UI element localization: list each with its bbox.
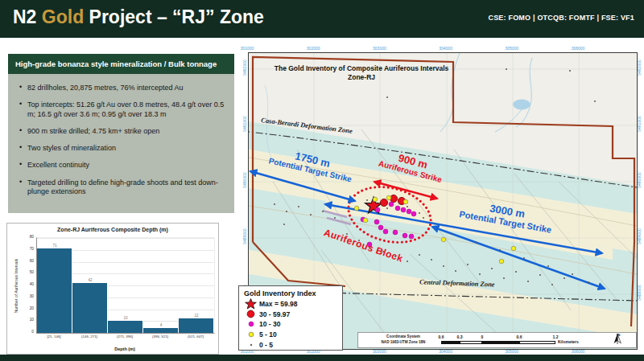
gridline [37, 238, 214, 239]
y-tick-label: 10 [23, 318, 34, 322]
point-0-5 [286, 211, 287, 212]
histogram-bar [37, 248, 72, 333]
legend-item: Max = 59.98 [244, 299, 337, 310]
coordinate-system-line2: NAD 1983-UTM Zone 18N [360, 340, 447, 346]
point-10-30 [378, 225, 383, 230]
point-5-10 [354, 206, 359, 211]
x-tick-label: (521, 647] [188, 334, 204, 338]
point-0-5 [523, 257, 525, 259]
coordinate-label: 5492000 [242, 56, 247, 79]
point-0-5 [515, 271, 517, 273]
coordinate-system-label: Coordinate System NAD 1983-UTM Zone 18N [360, 333, 447, 347]
scale-bar-segment [482, 341, 519, 344]
point-0-5 [419, 254, 420, 256]
point-0-5 [419, 212, 420, 214]
slide: N2 Gold Project – “RJ” Zone CSE: FOMO | … [0, 0, 644, 361]
bar-value-label: 4 [160, 323, 163, 327]
point-0-5 [310, 214, 312, 215]
point-5-10 [363, 218, 368, 223]
point-0-5 [334, 217, 336, 219]
coordinate-label: 5489000 [242, 225, 247, 248]
histogram-bar [108, 321, 143, 333]
title-prefix: N2 [13, 6, 42, 27]
y-tick-label: 20 [23, 306, 34, 310]
gold-inventory-legend: Gold Inventory Index Max = 59.98 30 - 59… [238, 285, 343, 351]
highlight-bullet: Two styles of mineralization [27, 144, 226, 154]
point-10-30 [401, 207, 406, 212]
point-5-10 [403, 199, 408, 204]
pond [513, 100, 530, 110]
y-tick-label: 50 [23, 270, 34, 274]
coordinate-label: 5491000 [242, 113, 247, 135]
point-0-5 [455, 270, 456, 272]
point-0-5 [539, 274, 541, 276]
point-0-5 [386, 96, 388, 98]
point-5-10 [386, 195, 391, 200]
scale-label: 0.3 [457, 334, 463, 339]
point-0-5 [551, 284, 553, 285]
x-axis-title: Depth (m) [36, 347, 213, 351]
highlight-bullet: 900 m strike drilled; 4.75 km+ strike op… [27, 127, 226, 137]
point-0-5 [443, 265, 444, 267]
page-title: N2 Gold Project – “RJ” Zone [13, 6, 264, 28]
scale-bar-segment [519, 341, 555, 344]
kilometers-label: Kilometers [558, 339, 579, 344]
legend-item-label: 0 - 5 [259, 341, 273, 349]
red-star-icon [244, 298, 258, 310]
point-0-5 [594, 101, 596, 102]
point-0-5 [503, 277, 505, 279]
highlight-bullet: Top intercepts: 51.26 g/t Au over 0.8 me… [27, 101, 226, 119]
legend-item: 5 - 10 [244, 330, 337, 340]
legend-item: 10 - 30 [244, 319, 337, 330]
point-0-5 [407, 260, 408, 262]
north-arrow-glyph [613, 334, 622, 344]
highlight-bullet: 82 drillholes, 20,875 metres, 76% interc… [27, 84, 226, 93]
highlights-panel: 82 drillholes, 20,875 metres, 76% interc… [8, 74, 234, 213]
point-0-5 [527, 281, 529, 282]
point-10-30 [375, 207, 380, 212]
highlights-list: 82 drillholes, 20,875 metres, 76% interc… [18, 84, 226, 197]
highlight-bullet: Excellent continuity [27, 161, 226, 170]
scale-label: 0.6 [439, 334, 444, 339]
point-0-5 [274, 203, 275, 205]
coordinate-label: 302000 [307, 46, 320, 51]
point-10-30 [411, 211, 416, 216]
point-0-5 [491, 268, 493, 269]
x-tick-label: (396, 521] [152, 334, 168, 338]
title-suffix: Project – “RJ” Zone [84, 6, 264, 27]
header-bar: N2 Gold Project – “RJ” Zone CSE: FOMO | … [0, 0, 644, 38]
point-0-5 [451, 233, 452, 235]
y-axis-title: Number of Auriferous Intervals [14, 239, 19, 334]
histogram-bar [143, 328, 179, 333]
point-10-30 [407, 209, 411, 214]
point-0-5 [322, 211, 324, 212]
point-0-5 [283, 224, 285, 225]
y-tick-label: 30 [23, 294, 34, 298]
point-0-5 [378, 203, 380, 204]
coordinate-system-line1: Coordinate System [360, 334, 447, 340]
y-tick-label: 40 [23, 282, 34, 286]
point-5-10 [511, 246, 516, 251]
point-10-30 [383, 229, 388, 234]
bar-value-label: 12 [194, 314, 198, 318]
scale-label: 0 [481, 334, 484, 339]
point-0-5 [564, 277, 565, 279]
y-tick-label: 80 [23, 235, 34, 239]
coordinate-label: 304000 [439, 46, 452, 51]
tiny-dot-icon [244, 343, 258, 347]
legend-item-label: Max = 59.98 [259, 300, 298, 308]
point-0-5 [386, 207, 388, 209]
histogram-bar [72, 283, 108, 333]
point-0-5 [499, 249, 501, 251]
point-0-5 [467, 264, 469, 265]
chart-title: Zone-RJ Auriferous Composite Depth (m) [7, 227, 218, 232]
legend-item-label: 10 - 30 [259, 320, 280, 328]
x-tick-label: (271, 396] [117, 334, 133, 338]
map-title-line1: The Gold Inventory of Composite Aurifero… [265, 64, 458, 73]
highlight-bullet: Targeted drilling to define high-grade s… [27, 178, 226, 197]
highlights-heading: High-grade bonanza style mineralization … [8, 54, 234, 74]
scale-bar-segment [460, 341, 482, 344]
footer-bar [0, 355, 644, 361]
y-tick-label: 0 [23, 330, 34, 334]
x-tick-label: [21, 146] [47, 334, 60, 338]
